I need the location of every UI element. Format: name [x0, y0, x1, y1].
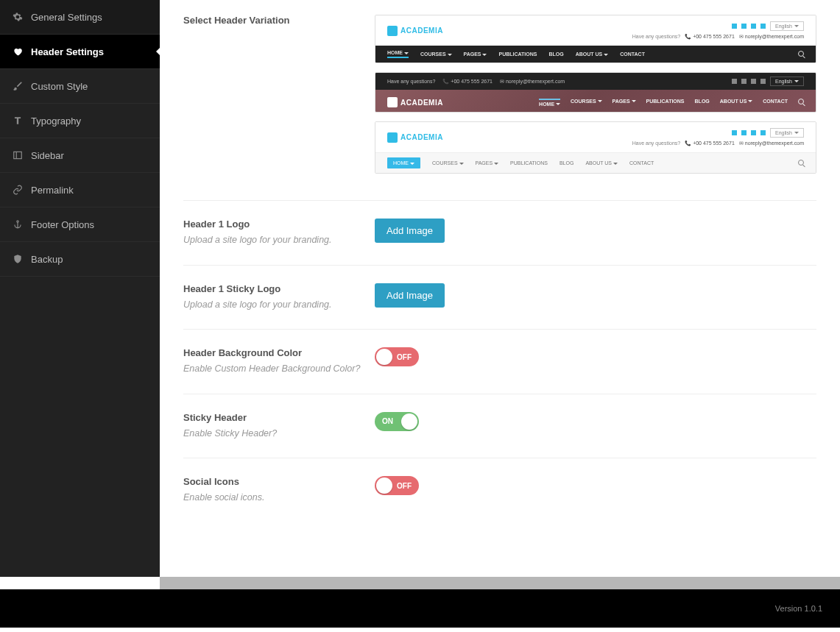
- header-variation-option-2[interactable]: Have any questions? 📞 +00 475 555 2671 ✉…: [375, 72, 816, 113]
- skype-icon: [760, 130, 766, 135]
- sidebar-item-label: Backup: [31, 254, 63, 265]
- linkedin-icon: [751, 79, 756, 84]
- facebook-icon: [732, 79, 737, 84]
- twitter-icon: [741, 79, 747, 84]
- header-variation-option-1[interactable]: ACADEMIA English Have any qu: [375, 15, 816, 63]
- layout-icon: [12, 149, 24, 161]
- search-icon: [798, 51, 804, 57]
- anchor-icon: [12, 219, 24, 230]
- sidebar-item-header-settings[interactable]: Header Settings: [0, 35, 160, 69]
- sidebar-item-label: Permalink: [31, 185, 74, 196]
- facebook-icon: [732, 130, 737, 135]
- field-social-icons: Social Icons Enable social icons. OFF: [183, 458, 816, 522]
- cogs-icon: [12, 11, 24, 23]
- toggle-label: OFF: [397, 482, 412, 490]
- toggle-label: ON: [382, 417, 393, 425]
- field-desc: Upload a site logo for your branding.: [183, 234, 375, 247]
- preview-logo: ACADEMIA: [387, 132, 443, 143]
- logo-icon: [387, 132, 398, 143]
- logo-icon: [387, 26, 398, 36]
- preview-logo: ACADEMIA: [387, 97, 443, 107]
- settings-sidebar: General Settings Header Settings Custom …: [0, 0, 160, 577]
- facebook-icon: [732, 24, 737, 29]
- linkedin-icon: [751, 24, 756, 29]
- add-image-button[interactable]: Add Image: [375, 283, 445, 308]
- field-header-1-sticky-logo: Header 1 Sticky Logo Upload a site logo …: [183, 266, 816, 330]
- toggle-sticky-header[interactable]: ON: [375, 412, 419, 431]
- logo-icon: [387, 97, 398, 107]
- toggle-label: OFF: [397, 353, 412, 361]
- sidebar-item-permalink[interactable]: Permalink: [0, 173, 160, 207]
- sidebar-item-sidebar[interactable]: Sidebar: [0, 138, 160, 173]
- version-label: Version 1.0.1: [775, 604, 822, 613]
- toggle-social-icons[interactable]: OFF: [375, 476, 419, 495]
- settings-main: Select Header Variation ACADEMIA: [160, 0, 840, 577]
- toggle-knob: [376, 349, 392, 365]
- preview-logo: ACADEMIA: [387, 26, 443, 36]
- toggle-header-bgcolor[interactable]: OFF: [375, 347, 419, 366]
- twitter-icon: [741, 130, 747, 135]
- add-image-button[interactable]: Add Image: [375, 219, 445, 243]
- field-title: Sticky Header: [183, 412, 375, 423]
- preview-nav: HOME COURSES PAGES PUBLICATIONS BLOG ABO…: [539, 99, 804, 107]
- language-select: English: [770, 128, 804, 138]
- sidebar-item-label: Footer Options: [31, 219, 94, 230]
- language-select: English: [770, 21, 804, 31]
- sidebar-item-backup[interactable]: Backup: [0, 242, 160, 277]
- field-title: Header 1 Sticky Logo: [183, 283, 375, 294]
- shield-icon: [12, 253, 24, 265]
- sidebar-item-label: General Settings: [31, 12, 102, 23]
- field-title: Header 1 Logo: [183, 219, 375, 230]
- heart-icon: [12, 46, 24, 57]
- preview-nav: HOME COURSES PAGES PUBLICATIONS BLOG ABO…: [375, 46, 816, 63]
- link-icon: [12, 184, 24, 196]
- sidebar-item-typography[interactable]: Typography: [0, 104, 160, 138]
- sidebar-item-label: Custom Style: [31, 81, 88, 92]
- sidebar-item-footer-options[interactable]: Footer Options: [0, 207, 160, 242]
- field-desc: Enable Custom Header Background Color?: [183, 363, 375, 376]
- field-desc: Upload a site logo for your branding.: [183, 299, 375, 312]
- search-icon: [798, 160, 804, 166]
- field-title: Social Icons: [183, 476, 375, 487]
- sidebar-item-custom-style[interactable]: Custom Style: [0, 69, 160, 104]
- page-footer: Version 1.0.1: [0, 589, 840, 628]
- field-desc: Enable Sticky Header?: [183, 427, 375, 441]
- gray-strip: [160, 577, 840, 589]
- header-variation-option-3[interactable]: ACADEMIA English Have any qu: [375, 121, 816, 174]
- sidebar-item-general-settings[interactable]: General Settings: [0, 0, 160, 35]
- field-sticky-header: Sticky Header Enable Sticky Header? ON: [183, 394, 816, 459]
- field-title: Select Header Variation: [183, 15, 375, 26]
- preview-nav: HOME COURSES PAGES PUBLICATIONS BLOG ABO…: [375, 152, 816, 173]
- skype-icon: [760, 24, 766, 29]
- field-desc: Enable social icons.: [183, 491, 375, 505]
- twitter-icon: [741, 24, 747, 29]
- sidebar-item-label: Header Settings: [31, 46, 104, 57]
- sidebar-item-label: Typography: [31, 116, 81, 127]
- field-header-bgcolor: Header Background Color Enable Custom He…: [183, 330, 816, 394]
- field-header-variation: Select Header Variation ACADEMIA: [183, 15, 816, 201]
- svg-point-2: [17, 221, 18, 222]
- brush-icon: [12, 80, 24, 92]
- field-title: Header Background Color: [183, 347, 375, 358]
- linkedin-icon: [751, 130, 756, 135]
- svg-rect-0: [14, 152, 22, 158]
- search-icon: [798, 99, 804, 107]
- toggle-knob: [401, 413, 417, 430]
- sidebar-item-label: Sidebar: [31, 150, 64, 161]
- type-icon: [12, 115, 24, 127]
- field-header-1-logo: Header 1 Logo Upload a site logo for you…: [183, 201, 816, 266]
- toggle-knob: [376, 477, 392, 494]
- skype-icon: [760, 79, 766, 84]
- language-select: English: [770, 77, 804, 86]
